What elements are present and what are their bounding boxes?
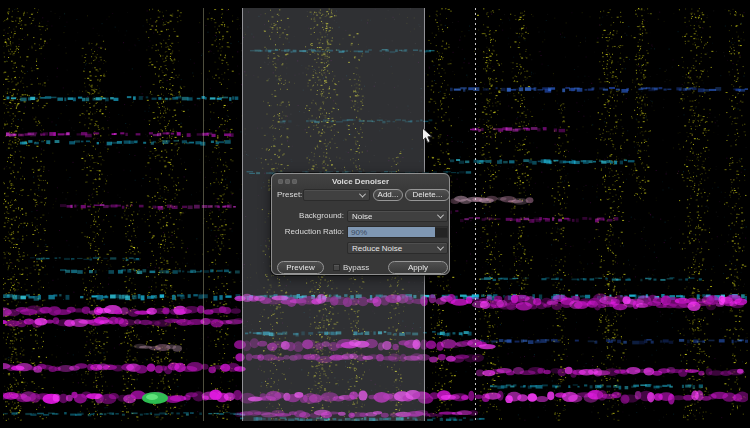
reduction-ratio-value: 90%	[351, 227, 367, 237]
preview-button[interactable]: Preview	[277, 261, 324, 274]
dialog-title: Voice Denoiser	[272, 174, 449, 188]
frame-bottom	[0, 421, 750, 428]
preset-label: Preset:	[277, 189, 302, 201]
chevron-down-icon	[437, 243, 444, 250]
reduction-ratio-label: Reduction Ratio:	[272, 226, 344, 238]
preset-select[interactable]	[303, 189, 370, 201]
apply-button[interactable]: Apply	[388, 261, 448, 274]
frame-left	[0, 0, 3, 428]
playhead-dotted-line	[475, 8, 476, 421]
mode-value: Reduce Noise	[352, 244, 402, 253]
bypass-label: Bypass	[343, 261, 369, 273]
bypass-checkbox[interactable]	[333, 264, 340, 271]
background-select[interactable]: Noise	[347, 210, 448, 222]
marker-line	[203, 8, 204, 421]
app-window: Voice Denoiser Preset: Add... Delete... …	[0, 0, 750, 428]
add-button[interactable]: Add...	[373, 189, 403, 201]
reduction-ratio-slider[interactable]: 90%	[347, 226, 448, 238]
background-value: Noise	[352, 212, 372, 221]
chevron-down-icon	[359, 190, 366, 197]
mouse-cursor-icon	[421, 127, 434, 145]
chevron-down-icon	[437, 211, 444, 218]
frame-top	[0, 0, 750, 8]
mode-select[interactable]: Reduce Noise	[347, 242, 448, 254]
dialog-titlebar[interactable]: Voice Denoiser	[272, 174, 449, 188]
background-label: Background:	[272, 210, 344, 222]
voice-denoiser-dialog: Voice Denoiser Preset: Add... Delete... …	[271, 173, 450, 275]
delete-button[interactable]: Delete...	[405, 189, 450, 201]
